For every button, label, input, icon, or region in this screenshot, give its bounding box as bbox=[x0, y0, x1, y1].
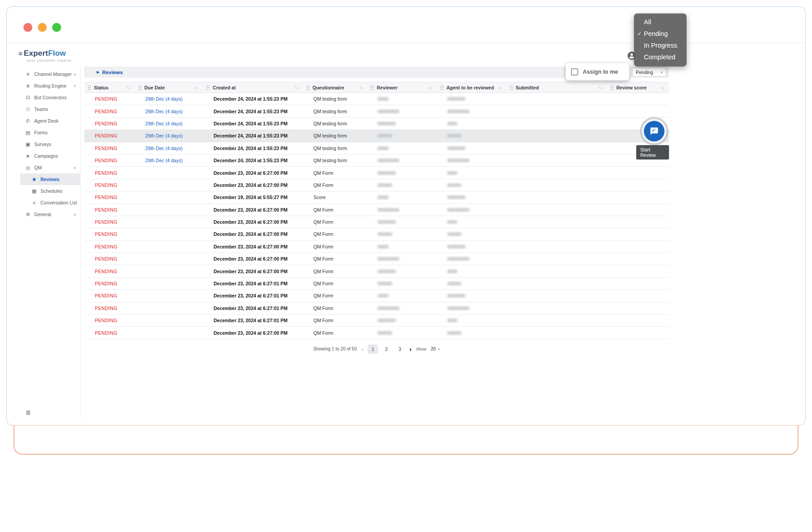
sort-icon[interactable]: ↑↓ bbox=[661, 85, 664, 90]
page-size-select[interactable]: 20 ∨ bbox=[431, 346, 440, 351]
table-row[interactable]: PENDINGDecember 23, 2024 at 6:27:01 PMQM… bbox=[84, 290, 669, 302]
sidebar-item-reviews[interactable]: ★Reviews bbox=[20, 173, 80, 185]
column-label: Submitted bbox=[516, 85, 539, 90]
column-header-created-at[interactable]: Created at↑↓ bbox=[203, 82, 303, 93]
drag-handle-icon[interactable] bbox=[206, 85, 210, 90]
page-size-label: Show bbox=[416, 347, 426, 351]
dropdown-option-in-progress[interactable]: In Progress bbox=[634, 40, 687, 51]
table-row[interactable]: PENDINGDecember 23, 2024 at 6:27:00 PMQM… bbox=[84, 167, 669, 179]
pagination: Showing 1 to 20 of 50 ‹ 123 › Show 20 ∨ bbox=[84, 345, 669, 354]
dropdown-option-completed[interactable]: Completed bbox=[634, 51, 687, 63]
table-row[interactable]: PENDINGDecember 23, 2024 at 6:27:00 PMQM… bbox=[84, 204, 669, 216]
due-date-link[interactable]: 29th Dec (4 days) bbox=[145, 109, 183, 114]
zoom-button[interactable] bbox=[52, 23, 61, 32]
start-review-button[interactable] bbox=[644, 121, 665, 142]
table-row[interactable]: PENDINGDecember 23, 2024 at 6:27:00 PMQM… bbox=[84, 253, 669, 265]
sidebar-item-label: General bbox=[34, 212, 51, 217]
sidebar-item-campaigns[interactable]: ➤Campaigns bbox=[20, 150, 80, 162]
table-row[interactable]: PENDINGDecember 19, 2024 at 5:55:27 PMSc… bbox=[84, 191, 669, 204]
status-filter-select[interactable]: Pending ∨ bbox=[632, 67, 666, 77]
table-row[interactable]: PENDINGDecember 23, 2024 at 6:27:00 PMQM… bbox=[84, 327, 669, 339]
agent-redacted bbox=[447, 134, 461, 137]
sidebar-footer-list-icon[interactable]: ≣ bbox=[26, 409, 31, 416]
drag-handle-icon[interactable] bbox=[610, 85, 614, 90]
chevron-down-icon[interactable]: ∨ bbox=[73, 84, 76, 88]
dropdown-option-pending[interactable]: ✓Pending bbox=[634, 28, 687, 40]
agent-redacted bbox=[447, 220, 457, 224]
column-header-questionnaire[interactable]: Questionnaire↑↓ bbox=[303, 82, 367, 93]
breadcrumb-label[interactable]: Reviews bbox=[102, 70, 123, 75]
reviewer-redacted bbox=[378, 294, 388, 297]
sidebar-item-surveys[interactable]: ▣Surveys bbox=[20, 138, 80, 150]
next-page-button[interactable]: › bbox=[409, 345, 411, 353]
sidebar-item-bot-connectors[interactable]: ☊Bot Connectors bbox=[20, 92, 80, 103]
column-header-reviewer[interactable]: Reviewer↑↓ bbox=[367, 82, 437, 93]
table-row[interactable]: PENDINGDecember 23, 2024 at 6:27:00 PMQM… bbox=[84, 241, 669, 253]
sidebar-item-channel-manager[interactable]: ✳Channel Manager∨ bbox=[20, 68, 80, 80]
prev-page-button[interactable]: ‹ bbox=[361, 345, 363, 353]
drag-handle-icon[interactable] bbox=[370, 85, 374, 90]
sidebar-item-schedules[interactable]: ▦Schedules bbox=[20, 185, 80, 197]
sidebar-item-routing-engine[interactable]: ⋔Routing Engine∨ bbox=[20, 80, 80, 92]
due-date-link[interactable]: 29th Dec (4 days) bbox=[145, 158, 183, 163]
start-review-tooltip: Start Review bbox=[636, 145, 669, 160]
table-row[interactable]: PENDINGDecember 23, 2024 at 6:27:00 PMQM… bbox=[84, 265, 669, 277]
due-date-link[interactable]: 29th Dec (4 days) bbox=[145, 96, 183, 102]
column-header-due-date[interactable]: Due Date↑↓ bbox=[134, 82, 203, 93]
assign-to-me-checkbox[interactable] bbox=[571, 68, 578, 75]
column-header-review-score[interactable]: Review score↑↓ bbox=[607, 82, 669, 93]
table-row[interactable]: PENDING29th Dec (4 days)December 24, 202… bbox=[84, 118, 669, 130]
column-header-agent-to-be-reviewed[interactable]: Agent to be reviewed↑↓ bbox=[437, 82, 506, 93]
sort-icon[interactable]: ↑↓ bbox=[498, 85, 501, 90]
drag-handle-icon[interactable] bbox=[306, 85, 310, 90]
sidebar-item-general[interactable]: ⚙General∨ bbox=[20, 208, 80, 220]
drag-handle-icon[interactable] bbox=[440, 85, 444, 90]
sidebar-item-conversation-list[interactable]: ≡Conversation List bbox=[20, 197, 80, 208]
table-row[interactable]: PENDINGDecember 23, 2024 at 6:27:01 PMQM… bbox=[84, 302, 669, 315]
status-badge: PENDING bbox=[95, 109, 117, 114]
table-row[interactable]: PENDING29th Dec (4 days)December 24, 202… bbox=[84, 93, 669, 105]
due-date-link[interactable]: 29th Dec (4 days) bbox=[145, 146, 183, 151]
page-button-3[interactable]: 3 bbox=[395, 345, 405, 354]
sidebar-item-qm[interactable]: ◎QM∧ bbox=[20, 162, 80, 173]
due-date-link[interactable]: 29th Dec (4 days) bbox=[145, 121, 183, 126]
table-row[interactable]: PENDING29th Dec (4 days)December 24, 202… bbox=[84, 155, 669, 167]
sidebar-item-teams[interactable]: ⚇Teams bbox=[20, 103, 80, 115]
due-date-link[interactable]: 29th Dec (4 days) bbox=[145, 133, 183, 138]
assign-to-me-control[interactable]: Assign to me bbox=[566, 63, 629, 80]
page-button-2[interactable]: 2 bbox=[381, 345, 391, 354]
table-row[interactable]: PENDINGDecember 23, 2024 at 6:27:00 PMQM… bbox=[84, 179, 669, 191]
minimize-button[interactable] bbox=[38, 23, 47, 32]
drag-handle-icon[interactable] bbox=[138, 85, 142, 90]
drag-handle-icon[interactable] bbox=[88, 85, 91, 90]
sort-icon[interactable]: ↑↓ bbox=[359, 85, 362, 90]
table-row[interactable]: PENDINGDecember 23, 2024 at 6:27:01 PMQM… bbox=[84, 315, 669, 327]
table-row[interactable]: PENDING29th Dec (4 days)December 24, 202… bbox=[84, 142, 669, 155]
page-button-1[interactable]: 1 bbox=[368, 345, 378, 354]
sidebar-item-forms[interactable]: ▤Forms bbox=[20, 127, 80, 138]
qm-icon: ◎ bbox=[25, 165, 31, 171]
table-row[interactable]: PENDINGDecember 23, 2024 at 6:27:00 PMQM… bbox=[84, 228, 669, 240]
chevron-down-icon[interactable]: ∨ bbox=[73, 213, 76, 217]
chevron-up-icon[interactable]: ∧ bbox=[73, 166, 76, 170]
close-button[interactable] bbox=[23, 23, 32, 32]
sort-icon[interactable]: ↑↓ bbox=[429, 85, 432, 90]
table-row[interactable]: PENDING29th Dec (4 days)December 24, 202… bbox=[84, 105, 669, 117]
drag-handle-icon[interactable] bbox=[509, 85, 513, 90]
sort-icon[interactable]: ↑↓ bbox=[127, 85, 129, 90]
sort-icon[interactable]: ↑↓ bbox=[599, 85, 602, 90]
column-header-status[interactable]: Status↑↓ bbox=[84, 82, 134, 93]
sidebar-item-agent-desk[interactable]: ✆Agent Desk bbox=[20, 115, 80, 127]
table-row[interactable]: PENDING29th Dec (4 days)December 24, 202… bbox=[84, 130, 669, 142]
sort-icon[interactable]: ↑↓ bbox=[195, 85, 198, 90]
status-badge: PENDING bbox=[95, 306, 117, 311]
sidebar: ✳Channel Manager∨⋔Routing Engine∨☊Bot Co… bbox=[20, 66, 80, 419]
table-row[interactable]: PENDINGDecember 23, 2024 at 6:27:00 PMQM… bbox=[84, 216, 669, 228]
chevron-down-icon[interactable]: ∨ bbox=[73, 72, 76, 76]
status-dropdown-menu: All✓PendingIn ProgressCompleted bbox=[634, 13, 687, 66]
dropdown-option-all[interactable]: All bbox=[634, 16, 687, 28]
sort-icon[interactable]: ↑↓ bbox=[295, 85, 298, 90]
table-row[interactable]: PENDINGDecember 23, 2024 at 6:27:01 PMQM… bbox=[84, 278, 669, 290]
column-header-submitted[interactable]: Submitted↑↓ bbox=[506, 82, 607, 93]
dropdown-option-label: Completed bbox=[644, 53, 675, 61]
